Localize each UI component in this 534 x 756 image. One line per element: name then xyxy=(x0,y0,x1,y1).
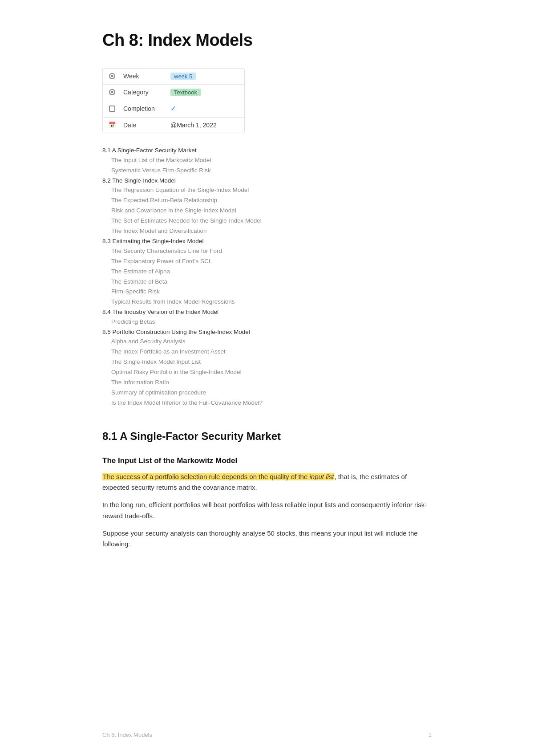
section-heading-81: 8.1 A Single-Factor Security Market xyxy=(102,428,432,445)
page-title: Ch 8: Index Models xyxy=(102,27,432,54)
paragraph-2: In the long run, efficient portfolios wi… xyxy=(102,500,432,522)
toc-section-4: 8.4 The Industry Version of the Index Mo… xyxy=(102,307,432,327)
paragraph-1: The success of a portfolio selection rul… xyxy=(102,471,432,494)
toc-section-5: 8.5 Portfolio Construction Using the Sin… xyxy=(102,327,432,408)
paragraph-3: Suppose your security analysts can thoro… xyxy=(102,528,432,550)
toc-item-5-4: Optimal Risky Portfolio in the Single-In… xyxy=(102,367,432,378)
toc-item-2-2: The Expected Return-Beta Relationship xyxy=(102,195,432,206)
toc-item-4-1: Predicting Betas xyxy=(102,317,432,327)
circle-dot-icon-2 xyxy=(108,88,116,96)
checkbox-icon xyxy=(108,105,116,113)
toc-section-3: 8.3 Estimating the Single-Index Model Th… xyxy=(102,236,432,307)
toc-section-label-2: 8.2 The Single-Index Model xyxy=(102,177,176,184)
page: Ch 8: Index Models Week week 5 Category … xyxy=(67,0,467,756)
prop-value-completion: ✓ xyxy=(170,103,176,114)
toc-item-5-7: Is the Index Model Inferior to the Full-… xyxy=(102,398,432,408)
footer-right: 1 xyxy=(429,731,432,740)
toc-section-2: 8.2 The Single-Index Model The Regressio… xyxy=(102,176,432,236)
toc-item-5-5: The Information Ratio xyxy=(102,378,432,388)
prop-value-date: @March 1, 2022 xyxy=(170,120,217,130)
footer: Ch 8: Index Models 1 xyxy=(102,731,432,740)
toc-item-1-1: The Input List of the Markowitz Model xyxy=(102,155,432,166)
prop-row-date: 📅 Date @March 1, 2022 xyxy=(103,118,244,133)
highlighted-text: The success of a portfolio selection rul… xyxy=(102,473,334,480)
table-of-contents: 8.1 A Single-Factor Security Market The … xyxy=(102,146,432,408)
prop-label-category: Category xyxy=(123,87,163,97)
toc-item-5-6: Summary of optimisation procedure xyxy=(102,388,432,398)
toc-item-3-5: Firm-Specific Risk xyxy=(102,287,432,297)
prop-value-category: Textbook xyxy=(170,87,201,98)
toc-item-3-4: The Estimate of Beta xyxy=(102,277,432,287)
prop-value-week: week 5 xyxy=(170,71,196,81)
prop-label-completion: Completion xyxy=(123,104,163,114)
prop-row-week: Week week 5 xyxy=(103,69,244,85)
toc-section-label-5: 8.5 Portfolio Construction Using the Sin… xyxy=(102,329,250,335)
toc-item-3-3: The Estimate of Alpha xyxy=(102,267,432,277)
subsection-heading-input-list: The Input List of the Markowitz Model xyxy=(102,455,432,467)
toc-section-1: 8.1 A Single-Factor Security Market The … xyxy=(102,146,432,175)
category-badge: Textbook xyxy=(170,89,201,96)
properties-table: Week week 5 Category Textbook Completion… xyxy=(102,68,245,134)
toc-section-label-3: 8.3 Estimating the Single-Index Model xyxy=(102,238,203,244)
footer-left: Ch 8: Index Models xyxy=(102,731,152,740)
toc-item-5-3: The Single-Index Model Input List xyxy=(102,357,432,367)
toc-item-2-5: The Index Model and Diversification xyxy=(102,226,432,236)
prop-label-date: Date xyxy=(123,120,163,130)
italic-text: input list xyxy=(309,473,334,480)
toc-item-5-2: The Index Portfolio as an Investment Ass… xyxy=(102,347,432,357)
toc-item-3-1: The Security Characteristics Line for Fo… xyxy=(102,246,432,256)
toc-item-3-2: The Explanatory Power of Ford's SCL xyxy=(102,256,432,267)
toc-item-5-1: Alpha and Security Analysis xyxy=(102,337,432,347)
week-badge: week 5 xyxy=(170,73,196,80)
toc-item-2-4: The Set of Estimates Needed for the Sing… xyxy=(102,216,432,226)
prop-row-completion: Completion ✓ xyxy=(103,100,244,118)
calendar-icon: 📅 xyxy=(108,121,116,129)
circle-dot-icon xyxy=(108,72,116,80)
toc-item-2-3: Risk and Covariance in the Single-Index … xyxy=(102,206,432,216)
prop-label-week: Week xyxy=(123,71,163,81)
prop-row-category: Category Textbook xyxy=(103,85,244,101)
toc-section-label-1: 8.1 A Single-Factor Security Market xyxy=(102,147,197,154)
toc-section-label-4: 8.4 The Industry Version of the Index Mo… xyxy=(102,309,218,315)
toc-item-1-2: Systematic Versus Firm-Specific Risk xyxy=(102,166,432,176)
toc-item-3-6: Typical Results from Index Model Regress… xyxy=(102,297,432,307)
toc-item-2-1: The Regression Equation of the Single-In… xyxy=(102,185,432,195)
